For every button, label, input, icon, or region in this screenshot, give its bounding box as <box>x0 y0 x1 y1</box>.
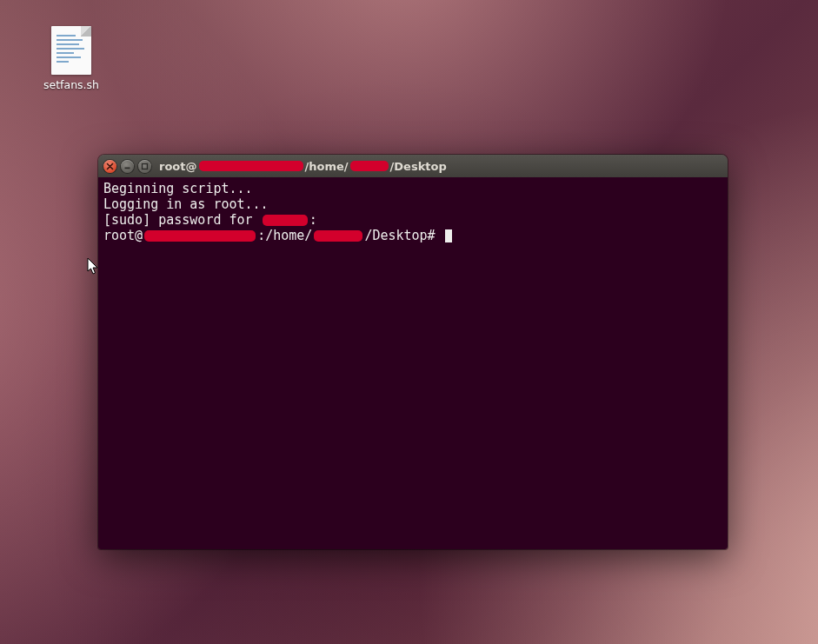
desktop-file-setfans[interactable]: setfans.sh <box>39 26 103 91</box>
redacted-username <box>350 161 389 171</box>
title-seg-user: root@ <box>159 160 197 173</box>
title-seg-path2: /Desktop <box>390 160 447 173</box>
terminal-line: [sudo] password for : <box>103 212 722 228</box>
title-seg-path1: /home/ <box>305 160 349 173</box>
window-title: root@ /home/ /Desktop <box>159 160 447 173</box>
close-button[interactable] <box>103 160 116 173</box>
maximize-button[interactable] <box>138 160 151 173</box>
redacted-hostname <box>144 230 256 242</box>
desktop-wallpaper: setfans.sh root@ /home/ /Desktop Beginni… <box>0 0 818 644</box>
terminal-window[interactable]: root@ /home/ /Desktop Beginning script..… <box>98 155 728 549</box>
terminal-prompt-line: root@ :/home/ /Desktop# <box>103 228 722 243</box>
redacted-username <box>314 230 362 242</box>
terminal-body[interactable]: Beginning script... Logging in as root..… <box>98 177 728 549</box>
minimize-button[interactable] <box>121 160 134 173</box>
svg-rect-1 <box>143 163 148 169</box>
redacted-hostname <box>199 161 303 171</box>
redacted-username <box>263 215 308 226</box>
terminal-line: Logging in as root... <box>103 196 722 212</box>
window-titlebar[interactable]: root@ /home/ /Desktop <box>98 155 728 177</box>
file-icon <box>51 26 91 75</box>
file-label: setfans.sh <box>39 78 103 91</box>
svg-rect-0 <box>125 167 130 169</box>
terminal-cursor <box>445 229 452 242</box>
terminal-line: Beginning script... <box>103 181 722 196</box>
